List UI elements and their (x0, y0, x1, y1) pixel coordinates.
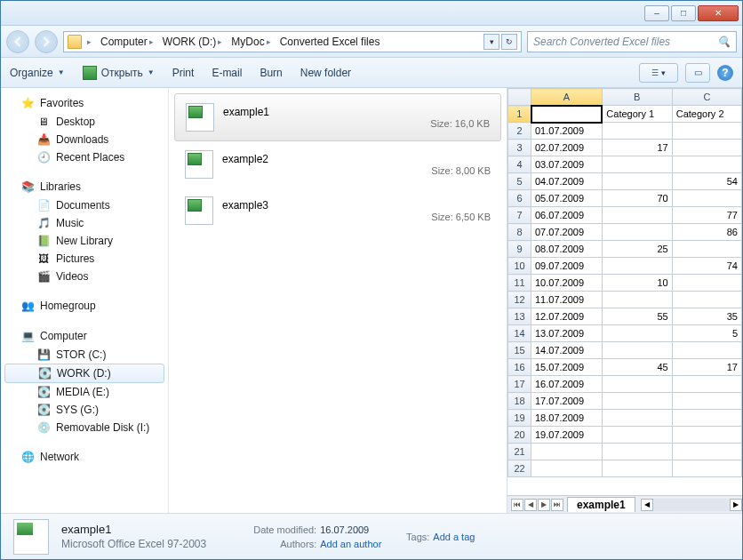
horizontal-scrollbar[interactable]: ◀▶ (641, 499, 742, 511)
row-header[interactable]: 4 (508, 156, 531, 173)
sidebar-favorites[interactable]: ⭐Favorites (1, 93, 168, 113)
cell[interactable] (672, 376, 741, 393)
sidebar-item-videos[interactable]: 🎬Videos (1, 268, 168, 285)
cell[interactable] (602, 207, 672, 224)
cell[interactable] (602, 444, 672, 460)
maximize-button[interactable]: □ (671, 5, 696, 21)
cell[interactable] (672, 393, 741, 410)
cell[interactable] (602, 224, 672, 241)
cell[interactable]: 07.07.2009 (531, 224, 603, 241)
breadcrumb[interactable]: ▸ Computer▸ WORK (D:)▸ MyDoc▸ Converted … (63, 31, 522, 52)
sidebar-item-desktop[interactable]: 🖥Desktop (1, 113, 168, 131)
sidebar-item-documents[interactable]: 📄Documents (1, 196, 168, 214)
row-header[interactable]: 2 (508, 123, 531, 140)
cell[interactable] (602, 292, 672, 308)
cell[interactable]: 10 (602, 275, 672, 292)
cell[interactable] (531, 106, 603, 123)
cell[interactable]: 15.07.2009 (531, 359, 603, 376)
cell[interactable]: 55 (602, 308, 672, 325)
cell[interactable]: 86 (672, 224, 741, 241)
row-header[interactable]: 3 (508, 140, 531, 156)
cell[interactable]: 14.07.2009 (531, 342, 603, 359)
cell[interactable] (602, 427, 672, 444)
authors-value[interactable]: Add an author (320, 539, 381, 549)
sheet-nav-next[interactable]: ▶ (538, 499, 550, 511)
sidebar-item-drive-c[interactable]: 💾STOR (C:) (1, 346, 168, 364)
sheet-nav-first[interactable]: ⏮ (511, 499, 523, 511)
cell[interactable]: 04.07.2009 (531, 173, 603, 190)
column-header[interactable]: B (602, 89, 672, 106)
search-input[interactable]: Search Converted Excel files 🔍 (527, 31, 737, 52)
cell[interactable]: 16.07.2009 (531, 376, 603, 393)
cell[interactable] (531, 444, 603, 460)
refresh-button[interactable]: ↻ (501, 34, 517, 50)
cell[interactable]: 10.07.2009 (531, 275, 603, 292)
cell[interactable]: 13.07.2009 (531, 325, 603, 342)
sidebar-item-recent[interactable]: 🕘Recent Places (1, 148, 168, 166)
cell[interactable] (602, 123, 672, 140)
row-header[interactable]: 18 (508, 393, 531, 410)
cell[interactable] (602, 258, 672, 275)
cell[interactable]: 17 (672, 359, 741, 376)
breadcrumb-segment[interactable]: WORK (D:)▸ (159, 34, 227, 50)
cell[interactable] (602, 460, 672, 477)
open-button[interactable]: Открыть▼ (83, 66, 155, 80)
preview-pane-button[interactable]: ▭ (685, 63, 710, 83)
cell[interactable]: 77 (672, 207, 741, 224)
minimize-button[interactable]: – (644, 5, 669, 21)
sidebar-libraries[interactable]: 📚Libraries (1, 177, 168, 196)
cell[interactable] (672, 140, 741, 156)
file-item[interactable]: example2Size: 8,00 KB (174, 141, 501, 188)
cell[interactable] (672, 241, 741, 258)
forward-button[interactable] (35, 30, 58, 53)
cell[interactable] (602, 156, 672, 173)
sidebar-item-downloads[interactable]: 📥Downloads (1, 131, 168, 148)
cell[interactable]: 11.07.2009 (531, 292, 603, 308)
sheet-nav-prev[interactable]: ◀ (524, 499, 537, 511)
row-header[interactable]: 22 (508, 460, 531, 477)
row-header[interactable]: 14 (508, 325, 531, 342)
cell[interactable] (672, 444, 741, 460)
cell[interactable]: 54 (672, 173, 741, 190)
burn-button[interactable]: Burn (260, 67, 282, 79)
sidebar-item-music[interactable]: 🎵Music (1, 214, 168, 232)
row-header[interactable]: 16 (508, 359, 531, 376)
row-header[interactable]: 1 (508, 106, 531, 123)
path-dropdown-button[interactable]: ▾ (483, 34, 499, 50)
sidebar-item-pictures[interactable]: 🖼Pictures (1, 250, 168, 268)
back-button[interactable] (6, 30, 29, 53)
cell[interactable] (602, 342, 672, 359)
breadcrumb-segment[interactable]: Computer▸ (97, 34, 157, 50)
sidebar-item-drive-i[interactable]: 💿Removable Disk (I:) (1, 419, 168, 436)
cell[interactable] (672, 342, 741, 359)
row-header[interactable]: 11 (508, 275, 531, 292)
cell[interactable] (602, 393, 672, 410)
cell[interactable] (602, 173, 672, 190)
cell[interactable] (672, 292, 741, 308)
cell[interactable]: 01.07.2009 (531, 123, 603, 140)
row-header[interactable]: 10 (508, 258, 531, 275)
sidebar-item-newlibrary[interactable]: 📗New Library (1, 232, 168, 250)
cell[interactable] (672, 460, 741, 477)
close-button[interactable]: ✕ (698, 5, 739, 21)
organize-button[interactable]: Organize▼ (10, 67, 65, 79)
cell[interactable]: 09.07.2009 (531, 258, 603, 275)
sidebar-homegroup[interactable]: 👥Homegroup (1, 296, 168, 316)
cell[interactable]: 17 (602, 140, 672, 156)
row-header[interactable]: 15 (508, 342, 531, 359)
row-header[interactable]: 5 (508, 173, 531, 190)
cell[interactable] (672, 410, 741, 427)
new-folder-button[interactable]: New folder (300, 67, 351, 79)
breadcrumb-segment[interactable]: Converted Excel files (276, 34, 384, 50)
row-header[interactable]: 8 (508, 224, 531, 241)
cell[interactable]: 03.07.2009 (531, 156, 603, 173)
row-header[interactable]: 13 (508, 308, 531, 325)
sidebar-item-drive-g[interactable]: 💽SYS (G:) (1, 401, 168, 419)
column-header[interactable]: A (531, 89, 603, 106)
view-mode-button[interactable]: ☰ ▾ (639, 63, 678, 83)
cell[interactable] (672, 190, 741, 207)
cell[interactable] (531, 460, 603, 477)
row-header[interactable]: 9 (508, 241, 531, 258)
help-button[interactable]: ? (717, 65, 733, 81)
cell[interactable] (602, 376, 672, 393)
